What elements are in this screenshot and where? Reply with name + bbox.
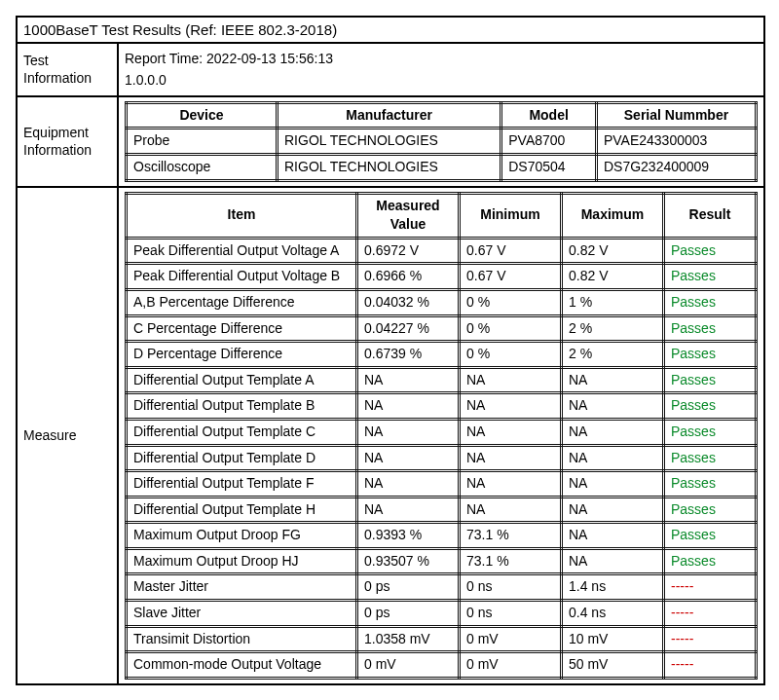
equipment-content: DeviceManufacturerModelSerial Nummber Pr… (118, 96, 764, 187)
report-version: 1.0.0.0 (125, 69, 758, 91)
equipment-row: ProbeRIGOL TECHNOLOGIESPVA8700PVAE243300… (127, 129, 757, 155)
measure-cell: NA (562, 497, 664, 523)
measure-cell: 0.67 V (460, 264, 562, 290)
measure-cell: 0.67 V (460, 238, 562, 264)
measure-cell: 2 % (562, 342, 664, 368)
measure-cell: NA (460, 471, 562, 497)
equipment-header-cell: Device (127, 102, 278, 129)
measure-cell: 0 mV (460, 626, 562, 652)
measure-cell: NA (562, 471, 664, 497)
measure-row: Common-mode Output Voltage0 mV0 mV50 mV-… (127, 652, 757, 679)
result-cell: Passes (664, 393, 757, 420)
report-title: 1000BaseT Test Results (Ref: IEEE 802.3-… (17, 17, 764, 43)
measure-cell: Maximum Output Droop HJ (127, 548, 357, 574)
measure-cell: 0.4 ns (562, 601, 664, 627)
measure-cell: 2 % (562, 315, 664, 342)
result-cell: ----- (664, 601, 757, 627)
equipment-header-row: DeviceManufacturerModelSerial Nummber (127, 102, 757, 129)
result-cell: Passes (664, 367, 757, 393)
measure-cell: 0.9393 % (357, 523, 460, 549)
measure-row: D Percentage Difference0.6739 %0 %2 %Pas… (127, 342, 757, 368)
report-time: Report Time: 2022-09-13 15:56:13 (125, 48, 758, 69)
measure-cell: NA (357, 367, 460, 393)
measure-cell: 73.1 % (460, 548, 562, 574)
measure-cell: NA (357, 419, 460, 445)
measure-row: C Percentage Difference0.04227 %0 %2 %Pa… (127, 315, 757, 342)
measure-header-cell: Measured Value (357, 193, 460, 238)
result-cell: ----- (664, 574, 757, 601)
measure-cell: 0 ns (460, 601, 562, 627)
result-cell: Passes (664, 548, 757, 574)
measure-row: Differential Output Template FNANANAPass… (127, 471, 757, 497)
equipment-header-cell: Serial Nummber (596, 102, 756, 129)
measure-cell: 1.4 ns (562, 574, 664, 601)
measure-cell: 0.04227 % (357, 315, 460, 342)
result-cell: Passes (664, 289, 757, 315)
measure-row: Differential Output Template ANANANAPass… (127, 367, 757, 393)
measure-cell: 0 % (460, 289, 562, 315)
measure-cell: 0 % (460, 342, 562, 368)
result-cell: Passes (664, 264, 757, 290)
equipment-cell: PVA8700 (501, 129, 597, 155)
measure-cell: NA (562, 393, 664, 420)
measure-cell: 50 mV (562, 652, 664, 679)
measure-cell: Peak Differential Output Voltage A (127, 238, 357, 264)
section-label-measure: Measure (17, 187, 118, 684)
test-info-content: Report Time: 2022-09-13 15:56:13 1.0.0.0 (118, 43, 764, 96)
measure-cell: 0.04032 % (357, 289, 460, 315)
measure-row: Maximum Output Droop HJ0.93507 %73.1 %NA… (127, 548, 757, 574)
measure-header-cell: Maximum (562, 193, 664, 238)
measure-cell: Differential Output Template A (127, 367, 357, 393)
result-cell: Passes (664, 315, 757, 342)
measure-cell: Peak Differential Output Voltage B (127, 264, 357, 290)
measure-cell: NA (460, 393, 562, 420)
section-label-test-info: Test Information (17, 43, 118, 96)
measure-row: Differential Output Template HNANANAPass… (127, 497, 757, 523)
measure-cell: NA (460, 445, 562, 471)
measure-row: A,B Percentage Difference0.04032 %0 %1 %… (127, 289, 757, 315)
measure-cell: 0 mV (460, 652, 562, 679)
result-cell: ----- (664, 626, 757, 652)
measure-cell: Differential Output Template H (127, 497, 357, 523)
measure-cell: Differential Output Template D (127, 445, 357, 471)
measure-cell: Slave Jitter (127, 601, 357, 627)
measure-cell: D Percentage Difference (127, 342, 357, 368)
measure-table: ItemMeasured ValueMinimumMaximumResult P… (125, 192, 758, 680)
measure-cell: 0.6739 % (357, 342, 460, 368)
measure-cell: 0 ps (357, 574, 460, 601)
measure-cell: 0.6972 V (357, 238, 460, 264)
measure-cell: Differential Output Template B (127, 393, 357, 420)
result-cell: Passes (664, 445, 757, 471)
measure-cell: C Percentage Difference (127, 315, 357, 342)
measure-row: Differential Output Template CNANANAPass… (127, 419, 757, 445)
measure-cell: NA (562, 419, 664, 445)
measure-cell: NA (562, 445, 664, 471)
report-table: 1000BaseT Test Results (Ref: IEEE 802.3-… (16, 16, 765, 685)
measure-cell: 0.6966 % (357, 264, 460, 290)
measure-cell: Master Jitter (127, 574, 357, 601)
result-cell: Passes (664, 238, 757, 264)
measure-cell: NA (562, 523, 664, 549)
measure-cell: 73.1 % (460, 523, 562, 549)
measure-content: ItemMeasured ValueMinimumMaximumResult P… (118, 187, 764, 684)
measure-cell: NA (562, 367, 664, 393)
equipment-cell: DS70504 (501, 154, 597, 180)
measure-row: Differential Output Template DNANANAPass… (127, 445, 757, 471)
measure-cell: 0.82 V (562, 238, 664, 264)
equipment-header-cell: Model (501, 102, 597, 129)
result-cell: ----- (664, 652, 757, 679)
equipment-cell: DS7G232400009 (596, 154, 756, 180)
section-label-equipment: Equipment Information (17, 96, 118, 187)
measure-row: Master Jitter0 ps0 ns1.4 ns----- (127, 574, 757, 601)
measure-header-cell: Minimum (460, 193, 562, 238)
equipment-header-cell: Manufacturer (278, 102, 501, 129)
measure-cell: NA (357, 471, 460, 497)
measure-cell: Maximum Output Droop FG (127, 523, 357, 549)
equipment-cell: Probe (127, 129, 278, 155)
result-cell: Passes (664, 419, 757, 445)
measure-cell: NA (460, 367, 562, 393)
measure-cell: 0.82 V (562, 264, 664, 290)
measure-cell: 1 % (562, 289, 664, 315)
equipment-table: DeviceManufacturerModelSerial Nummber Pr… (125, 101, 758, 182)
measure-cell: Differential Output Template C (127, 419, 357, 445)
